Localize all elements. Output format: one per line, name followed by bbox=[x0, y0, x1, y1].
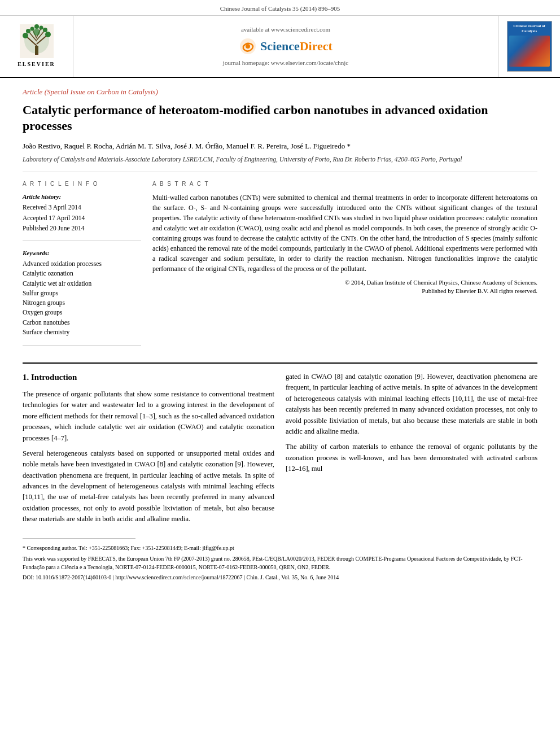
svg-point-11 bbox=[26, 29, 30, 33]
doi-line: DOI: 10.1016/S1872-2067(14)60103-0 | htt… bbox=[23, 574, 537, 582]
intro-paragraph-right: gated in CWAO [8] and catalytic ozonatio… bbox=[286, 372, 537, 437]
keyword-7: Carbon nanotubes bbox=[23, 318, 141, 327]
copyright-line2: Published by Elsevier B.V. All rights re… bbox=[422, 287, 537, 294]
introduction-title: 1. Introduction bbox=[23, 372, 274, 383]
journal-header: Chinese Journal of Catalysis 35 (2014) 8… bbox=[0, 0, 560, 16]
affiliation: Laboratory of Catalysis and Materials-As… bbox=[23, 155, 537, 164]
sciencedirect-logo: ScienceDirect bbox=[239, 37, 333, 55]
history-label: Article history: bbox=[23, 193, 141, 201]
journal-cover-image bbox=[509, 36, 550, 67]
abstract-copyright: © 2014, Dalian Institute of Chemical Phy… bbox=[152, 278, 537, 296]
received-date: Received 3 April 2014 bbox=[23, 203, 141, 212]
logo-row: ELSEVIER available at www.sciencedirect.… bbox=[0, 16, 560, 78]
copyright-line1: © 2014, Dalian Institute of Chemical Phy… bbox=[345, 279, 537, 286]
svg-point-12 bbox=[43, 28, 47, 32]
keyword-5: Nitrogen groups bbox=[23, 298, 141, 308]
journal-citation: Chinese Journal of Catalysis 35 (2014) 8… bbox=[220, 5, 340, 12]
funding-footnote: This work was supported by FREECATS, the… bbox=[23, 554, 537, 571]
section-divider bbox=[23, 362, 537, 364]
sciencedirect-label: ScienceDirect bbox=[260, 38, 333, 55]
svg-point-9 bbox=[23, 33, 28, 38]
keyword-2: Catalytic ozonation bbox=[23, 269, 141, 278]
elsevier-name: ELSEVIER bbox=[18, 60, 55, 68]
article-info-label: A R T I C L E I N F O bbox=[23, 180, 141, 188]
main-content: Article (Special Issue on Carbon in Cata… bbox=[0, 78, 560, 590]
intro-paragraph-2-start: Several heterogeneous catalysts based on… bbox=[23, 448, 274, 525]
keywords-list: Advanced oxidation processes Catalytic o… bbox=[23, 259, 141, 337]
elsevier-logo-box: ELSEVIER bbox=[0, 16, 73, 77]
article-type: Article (Special Issue on Carbon in Cata… bbox=[23, 87, 537, 97]
divider-1 bbox=[23, 172, 537, 172]
info-divider bbox=[23, 241, 141, 241]
available-text: available at www.sciencedirect.com bbox=[241, 25, 330, 34]
svg-point-14 bbox=[39, 26, 43, 30]
keyword-4: Sulfur groups bbox=[23, 289, 141, 298]
corresponding-author-footnote: * Corresponding author. Tel: +351-225081… bbox=[23, 544, 537, 552]
journal-cover: Chinese Journal of Catalysis bbox=[507, 21, 552, 72]
keyword-1: Advanced oxidation processes bbox=[23, 259, 141, 269]
sciencedirect-icon bbox=[239, 37, 257, 55]
svg-point-18 bbox=[246, 44, 250, 49]
journal-homepage: journal homepage: www.elsevier.com/locat… bbox=[223, 59, 348, 67]
svg-point-13 bbox=[30, 27, 34, 31]
intro-paragraph-1: The presence of organic pollutants that … bbox=[23, 389, 274, 444]
abstract-text: Multi-walled carbon nanotubes (CNTs) wer… bbox=[152, 193, 537, 274]
right-logo-box: Chinese Journal of Catalysis bbox=[498, 16, 560, 77]
journal-cover-title: Chinese Journal of Catalysis bbox=[510, 24, 549, 33]
section-number: 1. bbox=[23, 373, 29, 382]
footnote-divider bbox=[23, 539, 135, 539]
keyword-8: Surface chemistry bbox=[23, 327, 141, 337]
elsevier-tree-icon bbox=[20, 24, 54, 58]
keywords-label: Keywords: bbox=[23, 249, 141, 257]
doi-text: DOI: 10.1016/S1872-2067(14)60103-0 | htt… bbox=[23, 574, 339, 580]
introduction-right: gated in CWAO [8] and catalytic ozonatio… bbox=[286, 372, 537, 530]
svg-point-15 bbox=[34, 24, 39, 29]
article-info-abstract-row: A R T I C L E I N F O Article history: R… bbox=[23, 180, 537, 353]
funding-text: This work was supported by FREECATS, the… bbox=[23, 556, 523, 570]
keyword-6: Oxygen groups bbox=[23, 308, 141, 317]
keyword-3: Catalytic wet air oxidation bbox=[23, 279, 141, 289]
article-title: Catalytic performance of heteroatom-modi… bbox=[23, 102, 537, 134]
keywords-divider bbox=[23, 345, 141, 346]
published-date: Published 20 June 2014 bbox=[23, 224, 141, 233]
accepted-date: Accepted 17 April 2014 bbox=[23, 213, 141, 222]
section-title-text: Introduction bbox=[31, 373, 77, 382]
introduction-left: 1. Introduction The presence of organic … bbox=[23, 372, 274, 530]
article-info-col: A R T I C L E I N F O Article history: R… bbox=[23, 180, 141, 353]
corresponding-author-text: * Corresponding author. Tel: +351-225081… bbox=[23, 545, 234, 551]
abstract-label: A B S T R A C T bbox=[152, 180, 537, 188]
svg-point-10 bbox=[45, 32, 51, 37]
introduction-section: 1. Introduction The presence of organic … bbox=[23, 372, 537, 530]
abstract-col: A B S T R A C T Multi-walled carbon nano… bbox=[152, 180, 537, 353]
svg-point-16 bbox=[33, 29, 40, 36]
center-header: available at www.sciencedirect.com Scien… bbox=[73, 16, 498, 77]
intro-paragraph-3: The ability of carbon materials to enhan… bbox=[286, 442, 537, 474]
authors: João Restivo, Raquel P. Rocha, Adrián M.… bbox=[23, 141, 537, 151]
